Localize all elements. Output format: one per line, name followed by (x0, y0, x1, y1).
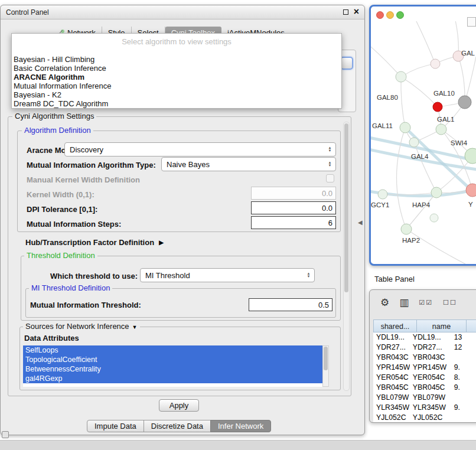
mac-close-button[interactable] (376, 11, 384, 19)
mac-minimize-button[interactable] (386, 11, 394, 19)
column-header[interactable] (467, 319, 476, 332)
table-cell: 13 (451, 332, 476, 343)
table-cell (451, 353, 476, 363)
sources-group-toggle[interactable]: Sources for Network Inference▼ (23, 322, 140, 331)
network-node-label: SWI4 (451, 139, 468, 146)
network-scrollbar-stub[interactable] (467, 17, 476, 27)
network-node-label: HAP4 (412, 201, 431, 208)
table-row[interactable]: YJL052CYJL052C (373, 413, 476, 422)
table-row[interactable]: YLR345WYLR345W9. (373, 403, 476, 413)
float-window-icon[interactable] (343, 9, 348, 15)
network-node[interactable] (458, 96, 471, 109)
mi-steps-input[interactable] (251, 216, 336, 229)
network-node[interactable] (401, 224, 412, 234)
network-node[interactable] (433, 102, 442, 112)
column-header[interactable]: shared... (373, 319, 417, 332)
network-node-label: GAL10 (433, 90, 455, 97)
control-panel-titlebar[interactable]: Control Panel × (1, 5, 364, 19)
attributes-scrollbar-thumb[interactable] (324, 347, 328, 370)
settings-gear-icon[interactable]: ⚙ (380, 296, 389, 309)
hub-definition-toggle[interactable]: Hub/Transcription Factor Definition ▶ (25, 238, 164, 247)
network-node[interactable] (400, 122, 410, 133)
network-canvas[interactable]: GALGAL80GAL10GAL11GAL1SWI4GAL4GCY1HAP4YH… (371, 21, 476, 264)
apply-button[interactable]: Apply (159, 399, 199, 412)
network-edge (406, 193, 436, 229)
deselect-all-columns-icon[interactable]: ☐☐ (443, 299, 457, 306)
table-cell: YDL19... (373, 332, 410, 343)
settings-scrollbar[interactable] (343, 122, 350, 391)
attribute-item[interactable]: BetweennessCentrality (23, 364, 322, 374)
kernel-width-input[interactable] (251, 187, 336, 200)
table-cell: YLR345W (410, 403, 451, 413)
window-title: Control Panel (6, 8, 49, 17)
collapsed-panel-icon[interactable] (2, 431, 9, 438)
attributes-scrollbar[interactable] (322, 345, 329, 387)
algorithm-option[interactable]: Basic Correlation Inference (12, 64, 341, 73)
data-attributes-list: SelfLoopsTopologicalCoefficientBetweenne… (23, 345, 322, 387)
tab-impute-data[interactable]: Impute Data (87, 420, 144, 432)
network-node[interactable] (430, 214, 438, 222)
network-node-label: GAL80 (377, 94, 398, 101)
table-panel-title: Table Panel (374, 275, 415, 283)
network-node[interactable] (436, 124, 446, 135)
panel-splitter-icon[interactable]: ◀ (358, 219, 363, 226)
attribute-item[interactable]: gal4RGexp (23, 374, 322, 383)
table-toolbar: ⚙▥☑☑☐☐ (380, 295, 457, 310)
network-node[interactable] (396, 71, 406, 82)
column-header[interactable]: name (417, 319, 467, 332)
table-cell: YBL079W (373, 393, 410, 403)
table-cell: YLR345W (373, 403, 410, 413)
table-cell: 8. (451, 373, 476, 383)
algorithm-option[interactable]: Bayesian - K2 (12, 90, 341, 99)
dpi-tolerance-input[interactable] (251, 201, 336, 214)
network-node[interactable] (409, 138, 419, 147)
mi-threshold-group-title: MI Threshold Definition (29, 283, 112, 292)
network-node[interactable] (378, 190, 387, 199)
manual-kernel-checkbox[interactable] (326, 174, 334, 182)
table-cell: 12 (451, 343, 476, 353)
algorithm-option[interactable]: Mutual Information Inference (12, 81, 341, 90)
select-all-columns-icon[interactable]: ☑☑ (419, 299, 433, 306)
network-node-label: GAL (461, 50, 475, 57)
table-row[interactable]: YPR145WYPR145W9. (373, 363, 476, 373)
table-row[interactable]: YDL19...YDL19...13 (373, 332, 476, 343)
table-row[interactable]: YBR045CYBR045C9. (373, 383, 476, 393)
table-cell: YDL19... (410, 332, 451, 343)
which-threshold-value: MI Threshold (141, 271, 305, 280)
which-threshold-select[interactable]: MI Threshold ▲▼ (140, 268, 315, 282)
mi-type-select[interactable]: Naive Bayes ▲▼ (161, 157, 336, 171)
table-panel-window: ⚙▥☑☑☐☐ shared...name YDL19...YDL19...13Y… (369, 289, 476, 423)
network-edge (371, 44, 401, 77)
table-row[interactable]: YDR27...YDR27...12 (373, 343, 476, 353)
attribute-item[interactable]: SelfLoops (23, 345, 322, 355)
settings-scrollbar-thumb[interactable] (344, 123, 348, 292)
mi-threshold-input[interactable] (249, 298, 332, 311)
focused-button-fragment[interactable] (340, 57, 353, 70)
tab-infer-network[interactable]: Infer Network (210, 420, 271, 432)
tab-discretize-data[interactable]: Discretize Data (144, 420, 211, 432)
table-cell: YER054C (373, 373, 410, 383)
table-row[interactable]: YER054CYER054C8. (373, 373, 476, 383)
which-threshold-label: Which threshold to use: (50, 272, 138, 281)
table-cell: YER054C (410, 373, 451, 383)
mac-zoom-button[interactable] (396, 11, 404, 19)
show-columns-icon[interactable]: ▥ (399, 296, 409, 309)
network-node[interactable] (431, 59, 440, 69)
algorithm-option[interactable]: Dream8 DC_TDC Algorithm (12, 99, 341, 108)
table-row[interactable]: YBL079WYBL079W (373, 393, 476, 403)
attribute-item[interactable]: TopologicalCoefficient (23, 355, 322, 364)
network-node[interactable] (431, 187, 442, 198)
stepper-down-icon: ▼ (307, 275, 311, 278)
stepper-updown-icon: ▲▼ (326, 161, 335, 167)
table-cell: 9. (451, 383, 476, 393)
table-cell (451, 393, 476, 403)
network-edge (415, 21, 435, 64)
aracne-mode-select[interactable]: Discovery ▲▼ (64, 142, 336, 156)
network-node[interactable] (465, 148, 476, 164)
network-edge (401, 77, 438, 107)
algorithm-option[interactable]: ARACNE Algorithm (12, 73, 341, 81)
close-icon[interactable]: × (354, 6, 359, 17)
network-node[interactable] (466, 184, 476, 197)
algorithm-option[interactable]: Bayesian - Hill Climbing (12, 55, 341, 64)
table-row[interactable]: YBR043CYBR043C (373, 353, 476, 363)
